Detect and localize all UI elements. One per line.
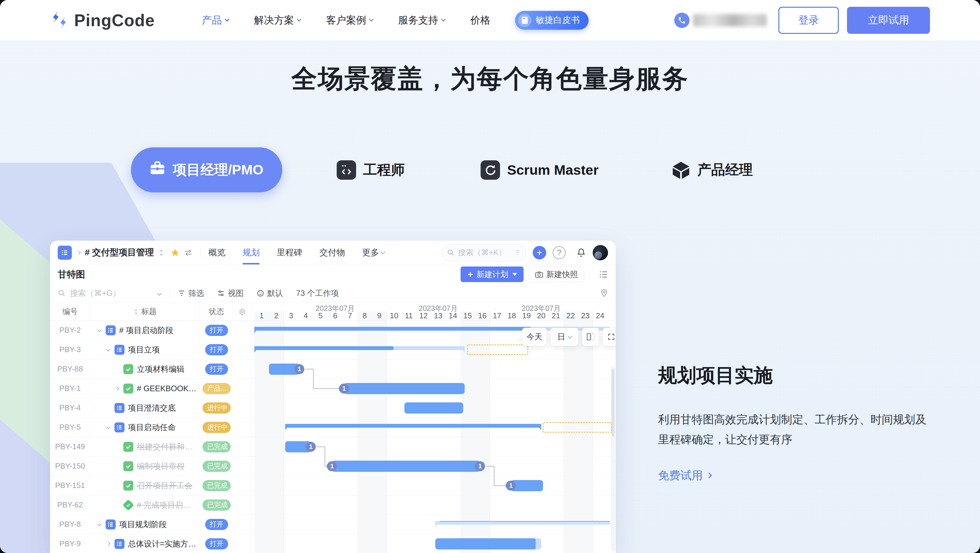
nav-item-2[interactable]: 客户案例 [326, 14, 373, 27]
free-trial-link[interactable]: 免费试用 [658, 468, 711, 483]
nav-item-1[interactable]: 解决方案 [254, 14, 301, 27]
brand[interactable]: PingCode [50, 10, 155, 30]
milestone-pin-icon[interactable] [600, 289, 608, 298]
gantt-view-controls: 今天 日 [522, 328, 616, 346]
list-blue [105, 325, 119, 335]
row-status-cell: 打开 [200, 344, 233, 355]
table-row[interactable]: PBY-150编制项目章程已完成 [50, 456, 251, 476]
time-unit-select[interactable]: 日 [550, 328, 579, 346]
app-tab-3[interactable]: 交付物 [319, 241, 345, 264]
nav-item-4[interactable]: 价格 [470, 14, 490, 27]
swap-icon[interactable] [184, 249, 193, 256]
app-tab-1[interactable]: 规划 [242, 241, 259, 264]
try-now-button[interactable]: 立即试用 [847, 7, 930, 34]
star-icon[interactable]: ★ [170, 246, 180, 259]
table-row[interactable]: PBY-3项目立项打开 [50, 340, 251, 359]
table-row[interactable]: PBY-8项目规划阶段打开 [50, 515, 251, 534]
columns-toggle-button[interactable] [582, 328, 599, 346]
table-row[interactable]: PBY-5项目启动任命进行中 [50, 418, 251, 437]
role-tab-3[interactable]: 产品经理 [671, 160, 753, 180]
expander-down-icon[interactable] [103, 348, 113, 351]
row-id: PBY-5 [50, 418, 90, 437]
gantt-search-input[interactable]: 搜索（⌘+G） [58, 288, 158, 299]
day-label: 21 [549, 311, 563, 320]
day-label: 6 [328, 311, 342, 320]
gantt-chart-area: 今天 日 111111 [251, 321, 616, 553]
today-button[interactable]: 今天 [522, 328, 547, 346]
help-button[interactable]: ? [553, 246, 566, 259]
dependency-links [251, 321, 610, 553]
role-tab-active[interactable]: 项目经理/PMO [131, 147, 282, 192]
status-badge[interactable]: 已完成 [202, 441, 231, 452]
expander-down-icon[interactable] [103, 426, 113, 429]
bell-icon[interactable] [576, 248, 586, 258]
status-badge[interactable]: 打开 [205, 325, 228, 336]
new-plan-button[interactable]: 新建计划 [461, 267, 523, 282]
column-settings[interactable] [233, 303, 251, 320]
app-tab-0[interactable]: 概览 [208, 241, 226, 264]
app-tab-2[interactable]: 里程碑 [277, 241, 302, 264]
status-badge[interactable]: 打开 [205, 364, 228, 375]
chevron-down-icon[interactable] [157, 291, 162, 296]
divider [169, 289, 170, 298]
status-badge[interactable]: 进行中 [202, 402, 231, 413]
status-badge[interactable]: 进行中 [202, 422, 231, 433]
table-row[interactable]: PBY-151召开项目开工会已完成 [50, 476, 251, 495]
dependency-count-badge[interactable]: 1 [506, 481, 516, 491]
sort-icon[interactable] [158, 249, 164, 256]
expander-down-icon[interactable] [94, 329, 105, 332]
login-button[interactable]: 登录 [778, 7, 839, 34]
cube-icon [671, 160, 690, 180]
day-label: 15 [460, 311, 475, 320]
status-badge[interactable]: 打开 [205, 538, 228, 550]
default-view-button[interactable]: 默认 [257, 288, 283, 299]
status-badge[interactable]: 已完成 [202, 499, 231, 511]
table-row[interactable]: PBY-149组建交付群和工作台已完成 [50, 437, 251, 456]
filter-small-icon [515, 250, 520, 256]
row-id: PBY-62 [50, 495, 90, 515]
list-view-icon[interactable] [599, 270, 608, 278]
status-badge[interactable]: 打开 [205, 344, 228, 355]
column-id[interactable]: 编号 [50, 303, 90, 320]
nav-item-3[interactable]: 服务支持 [398, 14, 445, 27]
feature-heading: 规划项目实施 [658, 362, 940, 388]
timeline-pane: 2023年07月2023年07月2023年07月 123456789101112… [251, 303, 616, 553]
view-button[interactable]: 视图 [217, 288, 244, 299]
table-row[interactable]: PBY-88立项材料编辑打开 [50, 359, 251, 379]
dependency-count-badge[interactable]: 1 [327, 461, 337, 471]
table-row[interactable]: PBY-2# 项目启动阶段打开 [50, 321, 251, 340]
status-badge[interactable]: 产品... [202, 383, 231, 394]
fullscreen-button[interactable] [603, 328, 616, 346]
dependency-count-badge[interactable]: 1 [339, 384, 349, 394]
table-row[interactable]: PBY-62# 完成项目启动阶段...已完成 [50, 495, 251, 515]
column-title[interactable]: 标题 [90, 303, 200, 320]
expander-right-icon[interactable] [103, 542, 113, 545]
dependency-count-badge[interactable]: 1 [475, 461, 485, 471]
role-tab-1[interactable]: 工程师 [337, 160, 405, 180]
column-status[interactable]: 状态 [200, 303, 233, 320]
app-tab-4[interactable]: 更多 [362, 241, 385, 264]
status-badge[interactable]: 已完成 [202, 480, 231, 491]
table-row[interactable]: PBY-1# GEEKBOOKS 极...产品... [50, 379, 251, 398]
nav-item-label: 解决方案 [254, 14, 294, 27]
status-badge[interactable]: 打开 [205, 519, 228, 530]
filter-button[interactable]: 筛选 [178, 288, 204, 299]
table-row[interactable]: PBY-9总体设计=实施方案（...打开 [50, 534, 251, 553]
expander-right-icon[interactable] [112, 387, 122, 390]
role-tab-2[interactable]: Scrum Master [480, 160, 598, 180]
dependency-count-badge[interactable]: 1 [306, 442, 316, 452]
whitepaper-badge[interactable]: 敏捷白皮书 [515, 11, 589, 30]
check-green [122, 364, 137, 374]
funnel-icon [178, 289, 185, 297]
search-input[interactable]: 搜索（⌘+K） [441, 244, 526, 261]
dependency-count-badge[interactable]: 1 [294, 364, 304, 374]
nav-item-0[interactable]: 产品 [202, 14, 229, 27]
table-row[interactable]: PBY-4项目澄清交底进行中 [50, 398, 251, 418]
expander-down-icon[interactable] [94, 523, 105, 526]
project-title[interactable]: # 交付型项目管理 [85, 246, 154, 259]
new-snapshot-button[interactable]: 新建快照 [529, 267, 584, 282]
add-button[interactable]: + [533, 246, 546, 259]
user-avatar[interactable] [593, 245, 608, 260]
status-badge[interactable]: 已完成 [202, 461, 231, 472]
list-blue [105, 520, 119, 529]
